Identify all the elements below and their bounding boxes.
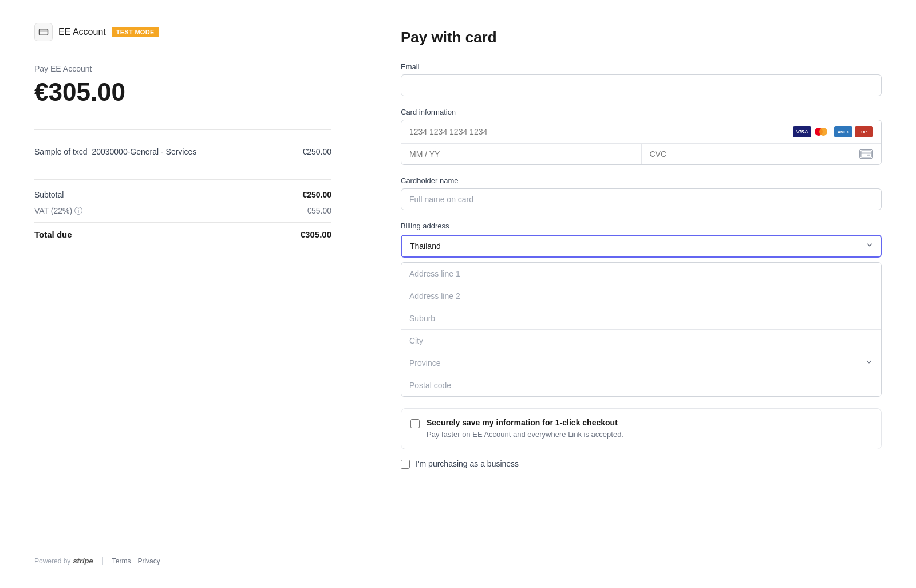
postal-code-input[interactable] bbox=[401, 374, 881, 396]
business-checkbox[interactable] bbox=[401, 460, 410, 469]
footer-divider bbox=[102, 557, 103, 565]
line-item: Sample of txcd_20030000-General - Servic… bbox=[34, 141, 331, 162]
test-mode-badge: TEST MODE bbox=[112, 27, 159, 37]
vat-value: €55.00 bbox=[307, 206, 331, 215]
card-cvc-row bbox=[642, 144, 882, 164]
visa-icon: VISA bbox=[793, 126, 811, 137]
mastercard-icon bbox=[814, 126, 832, 137]
cardholder-label: Cardholder name bbox=[401, 176, 882, 185]
merchant-icon bbox=[34, 23, 53, 41]
save-info-box: Securely save my information for 1-click… bbox=[401, 408, 882, 449]
billing-group: Billing address Thailand United States U… bbox=[401, 222, 882, 397]
card-info-group: Card information VISA AMEX UP bbox=[401, 108, 882, 165]
card-bottom-row bbox=[401, 144, 881, 164]
stripe-logo: stripe bbox=[73, 557, 93, 565]
terms-link[interactable]: Terms bbox=[112, 557, 131, 565]
address-fields: Province bbox=[401, 262, 882, 397]
vat-row: VAT (22%) i €55.00 bbox=[34, 204, 331, 218]
svg-rect-3 bbox=[861, 152, 871, 154]
subtotal-label: Subtotal bbox=[34, 190, 64, 199]
card-number-row: VISA AMEX UP bbox=[401, 120, 881, 144]
card-number-input[interactable] bbox=[409, 127, 793, 136]
privacy-link[interactable]: Privacy bbox=[137, 557, 160, 565]
email-label: Email bbox=[401, 62, 882, 71]
right-panel: Pay with card Email Card information VIS… bbox=[366, 0, 916, 588]
business-label: I'm purchasing as a business bbox=[416, 459, 519, 468]
svg-rect-0 bbox=[40, 29, 48, 35]
page-title: Pay with card bbox=[401, 29, 882, 46]
vat-label: VAT (22%) i bbox=[34, 206, 82, 215]
card-icons: VISA AMEX UP bbox=[793, 126, 873, 137]
province-select[interactable]: Province bbox=[401, 352, 881, 374]
amount-display: €305.00 bbox=[34, 78, 331, 106]
suburb-input[interactable] bbox=[401, 307, 881, 330]
billing-label: Billing address bbox=[401, 222, 882, 230]
save-info-desc: Pay faster on EE Account and everywhere … bbox=[427, 429, 623, 440]
cardholder-input[interactable] bbox=[401, 188, 882, 210]
country-select[interactable]: Thailand United States United Kingdom Ge… bbox=[401, 235, 882, 258]
merchant-header: EE Account TEST MODE bbox=[34, 23, 331, 41]
pay-label: Pay EE Account bbox=[34, 64, 331, 73]
amex-icon: AMEX bbox=[834, 126, 852, 137]
province-row: Province bbox=[401, 352, 881, 374]
card-cvc-input[interactable] bbox=[650, 149, 860, 159]
left-panel: EE Account TEST MODE Pay EE Account €305… bbox=[0, 0, 366, 588]
powered-by: Powered by stripe bbox=[34, 557, 93, 565]
total-value: €305.00 bbox=[301, 230, 331, 239]
merchant-name: EE Account bbox=[58, 27, 106, 37]
svg-rect-4 bbox=[867, 155, 870, 156]
save-info-content: Securely save my information for 1-click… bbox=[427, 418, 623, 440]
address-line1-input[interactable] bbox=[401, 263, 881, 285]
total-label: Total due bbox=[34, 230, 72, 239]
line-items: Sample of txcd_20030000-General - Servic… bbox=[34, 129, 331, 162]
vat-info-icon[interactable]: i bbox=[74, 207, 82, 215]
subtotal-row: Subtotal €250.00 bbox=[34, 186, 331, 204]
line-item-value: €250.00 bbox=[302, 147, 331, 156]
save-info-checkbox[interactable] bbox=[410, 419, 420, 428]
business-row: I'm purchasing as a business bbox=[401, 459, 882, 469]
save-info-title: Securely save my information for 1-click… bbox=[427, 418, 623, 427]
card-info-label: Card information bbox=[401, 108, 882, 116]
cardholder-group: Cardholder name bbox=[401, 176, 882, 210]
city-input[interactable] bbox=[401, 330, 881, 352]
email-input[interactable] bbox=[401, 74, 882, 96]
left-footer: Powered by stripe Terms Privacy bbox=[34, 534, 331, 565]
email-group: Email bbox=[401, 62, 882, 96]
footer-links: Terms Privacy bbox=[112, 557, 160, 565]
card-expiry-input[interactable] bbox=[401, 144, 641, 164]
line-item-label: Sample of txcd_20030000-General - Servic… bbox=[34, 147, 196, 156]
total-row: Total due €305.00 bbox=[34, 222, 331, 246]
country-select-wrapper: Thailand United States United Kingdom Ge… bbox=[401, 235, 882, 258]
subtotal-value: €250.00 bbox=[302, 190, 331, 199]
address-line2-input[interactable] bbox=[401, 285, 881, 307]
divider bbox=[34, 179, 331, 180]
cvc-icon bbox=[859, 149, 873, 159]
unionpay-icon: UP bbox=[855, 126, 873, 137]
card-info-box: VISA AMEX UP bbox=[401, 120, 882, 165]
